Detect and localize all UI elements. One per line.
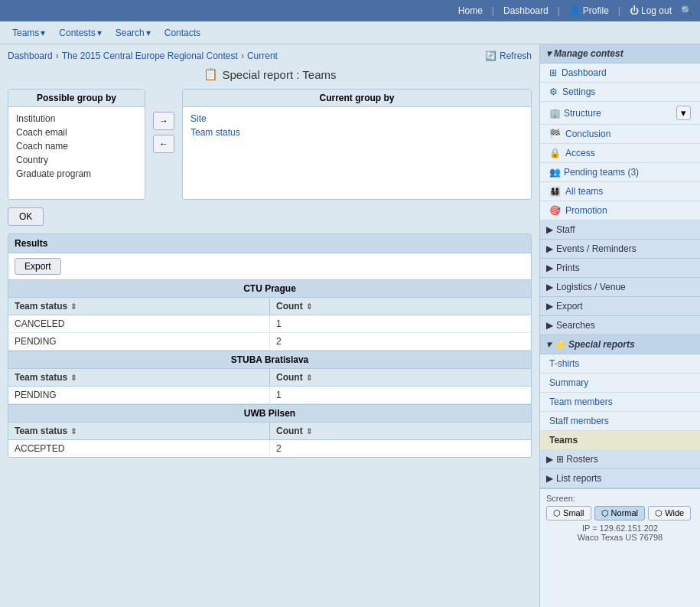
- access-icon: 🔒: [549, 148, 561, 158]
- cell-count-4: 2: [270, 440, 531, 457]
- report-icon: 📋: [203, 67, 218, 81]
- sidebar-item-all-teams[interactable]: 👨‍👩‍👧‍👦 All teams: [540, 182, 700, 201]
- sidebar-expandable-searches[interactable]: ▶ Searches: [540, 316, 700, 335]
- sort-icon-2: ⇕: [306, 302, 312, 311]
- sidebar-expandable-logistics[interactable]: ▶ Logistics / Venue: [540, 278, 700, 297]
- table-row: PENDING 2: [8, 333, 531, 351]
- cell-accepted: ACCEPTED: [8, 440, 270, 457]
- screen-small-button[interactable]: ⬡ Small: [546, 506, 591, 521]
- table-header-uwb: Team status ⇕ Count ⇕: [8, 423, 531, 440]
- table-row: CANCELED 1: [8, 315, 531, 333]
- special-reports-header[interactable]: ▾ ⭐ Special reports: [540, 335, 700, 354]
- logistics-expand-icon: ▶: [546, 282, 553, 292]
- breadcrumb-dashboard[interactable]: Dashboard: [8, 51, 53, 61]
- search-icon[interactable]: 🔍: [681, 5, 692, 16]
- sidebar: ▾ Manage contest ⊞ Dashboard ⚙ Settings …: [539, 44, 700, 607]
- sidebar-item-conclusion[interactable]: 🏁 Conclusion: [540, 125, 700, 144]
- menu-contacts[interactable]: Contacts: [158, 25, 207, 41]
- page-title: 📋 Special report : Teams: [8, 67, 532, 81]
- events-expand-icon: ▶: [546, 243, 553, 254]
- menu-contests[interactable]: Contests ▾: [53, 25, 107, 41]
- sidebar-item-settings[interactable]: ⚙ Settings: [540, 83, 700, 102]
- menu-teams[interactable]: Teams ▾: [6, 25, 51, 41]
- sidebar-item-structure[interactable]: 🏢 Structure ▾: [540, 102, 700, 125]
- possible-item-country[interactable]: Country: [13, 153, 140, 167]
- sidebar-item-summary[interactable]: Summary: [540, 374, 700, 393]
- structure-icon: 🏢: [549, 108, 561, 119]
- sidebar-item-team-members[interactable]: Team members: [540, 393, 700, 412]
- all-teams-icon: 👨‍👩‍👧‍👦: [549, 186, 561, 197]
- group-uwb: UWB Pilsen: [8, 404, 531, 423]
- cell-count-3: 1: [270, 387, 531, 403]
- sidebar-expandable-staff[interactable]: ▶ Staff: [540, 220, 700, 240]
- sort-icon-6: ⇕: [306, 427, 312, 436]
- group-by-section: Possible group by Institution Coach emai…: [8, 89, 532, 200]
- possible-item-coach-email[interactable]: Coach email: [13, 126, 140, 139]
- possible-item-graduate[interactable]: Graduate program: [13, 167, 140, 181]
- screen-normal-button[interactable]: ⬡ Normal: [594, 506, 646, 521]
- ok-button[interactable]: OK: [8, 207, 44, 226]
- sidebar-expandable-prints[interactable]: ▶ Prints: [540, 259, 700, 278]
- col-count-1[interactable]: Count ⇕: [270, 298, 531, 315]
- col-count-2[interactable]: Count ⇕: [270, 369, 531, 386]
- col-team-status-1[interactable]: Team status ⇕: [8, 298, 270, 315]
- move-right-button[interactable]: →: [153, 112, 174, 130]
- home-link[interactable]: Home: [458, 5, 483, 16]
- sidebar-item-dashboard[interactable]: ⊞ Dashboard: [540, 64, 700, 83]
- col-team-status-3[interactable]: Team status ⇕: [8, 423, 270, 439]
- manage-contest-header[interactable]: ▾ Manage contest: [540, 44, 700, 64]
- sidebar-item-teams[interactable]: Teams: [540, 431, 700, 450]
- sidebar-item-pending-teams[interactable]: 👥 Pending teams (3): [540, 163, 700, 182]
- sidebar-item-staff-members[interactable]: Staff members: [540, 412, 700, 431]
- screen-buttons: ⬡ Small ⬡ Normal ⬡ Wide: [546, 506, 694, 521]
- cell-canceled: CANCELED: [8, 315, 270, 332]
- sidebar-item-access[interactable]: 🔒 Access: [540, 144, 700, 163]
- profile-link[interactable]: 👤 Profile: [569, 5, 609, 16]
- structure-expand-button[interactable]: ▾: [676, 106, 691, 120]
- sidebar-expandable-export[interactable]: ▶ Export: [540, 297, 700, 316]
- cell-pending-2: PENDING: [8, 387, 270, 403]
- staff-expand-icon: ▶: [546, 224, 553, 235]
- sidebar-expandable-rosters[interactable]: ▶ ⊞ Rosters: [540, 450, 700, 469]
- sidebar-item-promotion[interactable]: 🎯 Promotion: [540, 201, 700, 220]
- export-button[interactable]: Export: [15, 258, 61, 275]
- grid-icon: ⊞: [549, 67, 557, 78]
- sort-icon-4: ⇕: [306, 374, 312, 382]
- possible-group-header: Possible group by: [8, 90, 145, 107]
- sidebar-expandable-events[interactable]: ▶ Events / Reminders: [540, 240, 700, 259]
- col-count-3[interactable]: Count ⇕: [270, 423, 531, 439]
- sidebar-expandable-list-reports[interactable]: ▶ List reports: [540, 469, 700, 488]
- ip-info: IP = 129.62.151.202 Waco Texas US 76798: [546, 524, 694, 542]
- sidebar-item-tshirts[interactable]: T-shirts: [540, 354, 700, 374]
- possible-item-institution[interactable]: Institution: [13, 112, 140, 126]
- main-layout: Dashboard › The 2015 Central Europe Regi…: [0, 44, 700, 607]
- logout-link[interactable]: ⏻ Log out: [630, 5, 672, 16]
- move-left-button[interactable]: ←: [153, 135, 174, 153]
- current-item-site[interactable]: Site: [187, 112, 526, 126]
- possible-item-coach-name[interactable]: Coach name: [13, 139, 140, 153]
- possible-group-body[interactable]: Institution Coach email Coach name Count…: [8, 107, 145, 199]
- logout-icon: ⏻: [630, 5, 639, 16]
- screen-selector: Screen: ⬡ Small ⬡ Normal ⬡ Wide IP = 129…: [540, 488, 700, 547]
- special-reports-chevron-icon: ▾: [546, 339, 551, 350]
- dashboard-link[interactable]: Dashboard: [503, 5, 549, 16]
- group-ctu-prague: CTU Prague: [8, 279, 531, 298]
- cell-pending-1: PENDING: [8, 333, 270, 350]
- export-expand-icon: ▶: [546, 301, 553, 312]
- menu-search[interactable]: Search ▾: [109, 25, 157, 41]
- screen-label: Screen:: [546, 494, 694, 503]
- col-team-status-2[interactable]: Team status ⇕: [8, 369, 270, 386]
- breadcrumb-contest[interactable]: The 2015 Central Europe Regional Contest: [62, 51, 238, 61]
- arrow-buttons: → ←: [153, 89, 174, 153]
- breadcrumb-current[interactable]: Current: [247, 51, 278, 61]
- conclusion-icon: 🏁: [549, 129, 561, 139]
- refresh-button[interactable]: 🔄 Refresh: [485, 51, 532, 61]
- search-chevron-icon: ▾: [146, 28, 151, 38]
- current-group-body[interactable]: Site Team status: [183, 107, 531, 199]
- refresh-icon: 🔄: [485, 51, 497, 61]
- screen-wide-button[interactable]: ⬡ Wide: [648, 506, 691, 521]
- breadcrumb: Dashboard › The 2015 Central Europe Regi…: [8, 51, 532, 61]
- current-item-team-status[interactable]: Team status: [187, 126, 526, 139]
- results-header: Results: [8, 234, 531, 253]
- table-header-ctu: Team status ⇕ Count ⇕: [8, 298, 531, 315]
